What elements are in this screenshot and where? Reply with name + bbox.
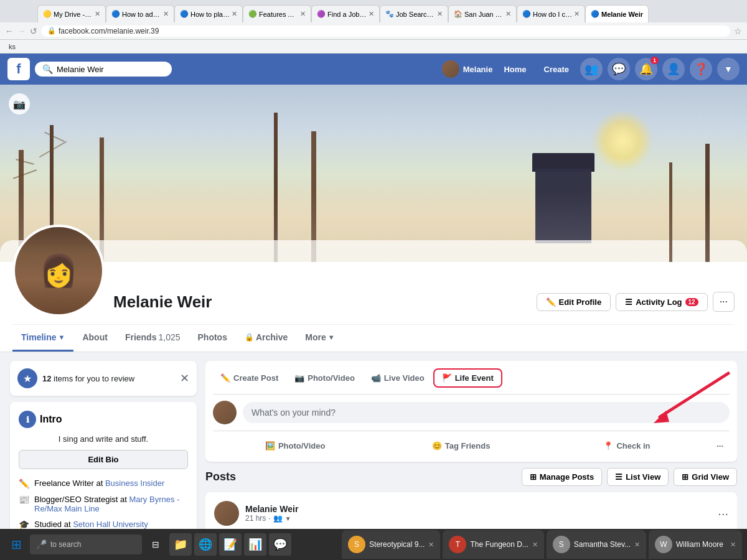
task-view-button[interactable]: ⊟ [144, 533, 167, 556]
grid-view-button[interactable]: ⊞ Grid View [674, 468, 737, 486]
nav-refresh[interactable]: ↺ [30, 26, 37, 36]
taskbar-excel[interactable]: 📊 [244, 533, 266, 556]
tab-job-search[interactable]: 🐾Job Search W...✕ [380, 5, 448, 22]
tab-more[interactable]: More▼ [296, 325, 343, 352]
taskbar: ⊞ 🎤 to search ⊟ 📁 🌐 📝 📊 💬 S Stereotypica… [0, 529, 747, 560]
activity-log-button[interactable]: ☰ Activity Log 12 [616, 293, 708, 311]
tab-features-arti[interactable]: 🟢Features Arti...✕ [243, 5, 311, 22]
tab-find-job[interactable]: 🟣Find a Job | N...✕ [311, 5, 380, 22]
nav-back[interactable]: ← [5, 26, 14, 36]
address-input-wrap[interactable]: 🔒 facebook.com/melanie.weir.39 [41, 26, 730, 37]
flag-icon: 🚩 [442, 373, 452, 383]
tab-san-juan[interactable]: 🏠San Juan · St...✕ [448, 5, 517, 22]
review-card: ★ 12 items for you to review ✕ [10, 361, 197, 396]
tab-melanie-weir[interactable]: 🔵Melanie Weir [585, 5, 649, 22]
taskbar-explorer[interactable]: 📁 [169, 533, 192, 556]
cover-camera-button[interactable]: 📷 [9, 93, 30, 114]
seton-hall-link[interactable]: Seton Hall University [73, 520, 148, 529]
search-placeholder-text: to search [50, 540, 81, 549]
review-close-button[interactable]: ✕ [180, 371, 189, 385]
chat-2-name: The Fungeon D... [470, 540, 528, 549]
post-author-name[interactable]: Melanie Weir [245, 504, 712, 514]
windows-button[interactable]: ⊞ [5, 533, 27, 556]
edit-bio-button[interactable]: Edit Bio [19, 450, 188, 469]
tab-how-do-i[interactable]: 🔵How do I cre...✕ [517, 5, 585, 22]
facebook-navbar: f 🔍 Melanie Home Create 👥 💬 🔔 1 👤 ❓ ▼ [0, 54, 747, 85]
search-input[interactable] [57, 65, 156, 74]
browser-tabs-bar: 🟡My Drive - G...✕ 🔵How to add...✕ 🔵How t… [0, 0, 747, 22]
business-insider-link[interactable]: Business Insider [105, 478, 164, 488]
cortana-search[interactable]: 🎤 to search [30, 534, 142, 554]
browser-address-bar: ← → ↺ 🔒 facebook.com/melanie.weir.39 ☆ [0, 22, 747, 40]
chat-2-close[interactable]: ✕ [532, 541, 538, 549]
chat-preview-1[interactable]: S Stereotypical 9... ✕ [342, 530, 440, 559]
bookmarks-bar: ks [0, 40, 747, 54]
review-star-icon: ★ [17, 368, 37, 388]
nav-dropdown-icon[interactable]: ▼ [717, 58, 740, 80]
post-meta: Melanie Weir 21 hrs · 👥 ▼ [245, 504, 712, 523]
taskbar-chrome[interactable]: 🌐 [194, 533, 217, 556]
live-video-tab[interactable]: 📹 Live Video [364, 368, 432, 388]
photo-video-action[interactable]: 🖼️ Photo/Video [213, 437, 377, 454]
composer-input[interactable]: What's on your mind? [243, 402, 730, 423]
life-event-tab[interactable]: 🚩 Life Event [433, 368, 502, 388]
post-header: Melanie Weir 21 hrs · 👥 ▼ ··· [214, 501, 728, 526]
profile-avatar[interactable]: 👩 [12, 225, 105, 317]
chat-preview-3[interactable]: S Samantha Stev... ✕ [547, 530, 646, 559]
tab-photos[interactable]: Photos [189, 325, 236, 352]
nav-home-btn[interactable]: Home [497, 61, 532, 78]
nav-user-name: Melanie [463, 65, 493, 74]
photo-video-tab[interactable]: 📷 Photo/Video [287, 368, 362, 388]
chat-4-close[interactable]: ✕ [730, 541, 736, 549]
list-view-button[interactable]: ☰ List View [607, 468, 669, 486]
friends-count: 1,025 [158, 332, 180, 342]
nav-help-icon[interactable]: ❓ [690, 58, 712, 80]
tab-how-to-play[interactable]: 🔵How to play...✕ [174, 5, 243, 22]
mary-byrnes-link[interactable]: Mary Byrnes - Re/Max Main Line [34, 495, 179, 513]
bookmark-icon[interactable]: ☆ [734, 26, 742, 36]
profile-tabs-row: Timeline▼ About Friends 1,025 Photos 🔒 A… [12, 324, 735, 352]
fb-search-box[interactable]: 🔍 [35, 62, 172, 77]
create-post-tab[interactable]: ✏️ Create Post [213, 368, 286, 388]
nav-messenger-icon[interactable]: 💬 [608, 58, 630, 80]
taskbar-skype[interactable]: 💬 [269, 533, 291, 556]
tab-timeline[interactable]: Timeline▼ [12, 325, 73, 352]
cover-area: 📷 👩 Melanie Weir ✏️ Edit Profile [0, 85, 747, 352]
manage-posts-button[interactable]: ⊞ Manage Posts [522, 468, 602, 486]
nav-user[interactable]: Melanie [442, 60, 493, 78]
chat-preview-2[interactable]: T The Fungeon D... ✕ [443, 530, 543, 559]
tag-friends-action[interactable]: 😊 Tag Friends [378, 437, 543, 454]
chat-1-name: Stereotypical 9... [369, 540, 425, 549]
more-options-button[interactable]: ··· [713, 292, 735, 312]
manage-icon: ⊞ [530, 472, 537, 482]
more-composer-action[interactable]: ··· [710, 437, 730, 454]
chat-1-avatar: S [348, 536, 365, 553]
post-options-button[interactable]: ··· [718, 506, 728, 521]
tab-friends[interactable]: Friends 1,025 [116, 325, 189, 352]
tab-how-to-add[interactable]: 🔵How to add...✕ [106, 5, 174, 22]
friends-privacy-icon: 👥 [273, 514, 283, 523]
nav-forward[interactable]: → [17, 26, 26, 36]
taskbar-word[interactable]: 📝 [219, 533, 242, 556]
profile-bar: 👩 Melanie Weir ✏️ Edit Profile ☰ Activit… [0, 262, 747, 352]
edit-profile-button[interactable]: ✏️ Edit Profile [537, 293, 611, 311]
edit-icon: ✏️ [546, 297, 556, 307]
nav-friend-requests-icon[interactable]: 👤 [662, 58, 685, 80]
tab-my-drive[interactable]: 🟡My Drive - G...✕ [37, 5, 106, 22]
bookmark-item[interactable]: ks [5, 42, 19, 51]
tab-archive[interactable]: 🔒 Archive [236, 325, 296, 352]
checkin-icon: 📍 [603, 441, 613, 450]
nav-notifications-icon[interactable]: 🔔 1 [635, 58, 657, 80]
chat-3-close[interactable]: ✕ [634, 541, 640, 549]
check-in-action[interactable]: 📍 Check in [545, 437, 709, 454]
nav-create-btn[interactable]: Create [538, 61, 575, 78]
fb-logo[interactable]: f [7, 58, 30, 80]
chat-1-close[interactable]: ✕ [428, 541, 434, 549]
tab-about[interactable]: About [73, 325, 116, 352]
review-text: 12 items for you to review [42, 374, 175, 383]
tag-icon: 😊 [432, 441, 442, 450]
chat-preview-4[interactable]: W William Moore ✕ [649, 530, 742, 559]
dots-icon: ··· [716, 441, 723, 450]
chat-2-avatar: T [449, 536, 466, 553]
nav-friends-icon[interactable]: 👥 [580, 58, 603, 80]
